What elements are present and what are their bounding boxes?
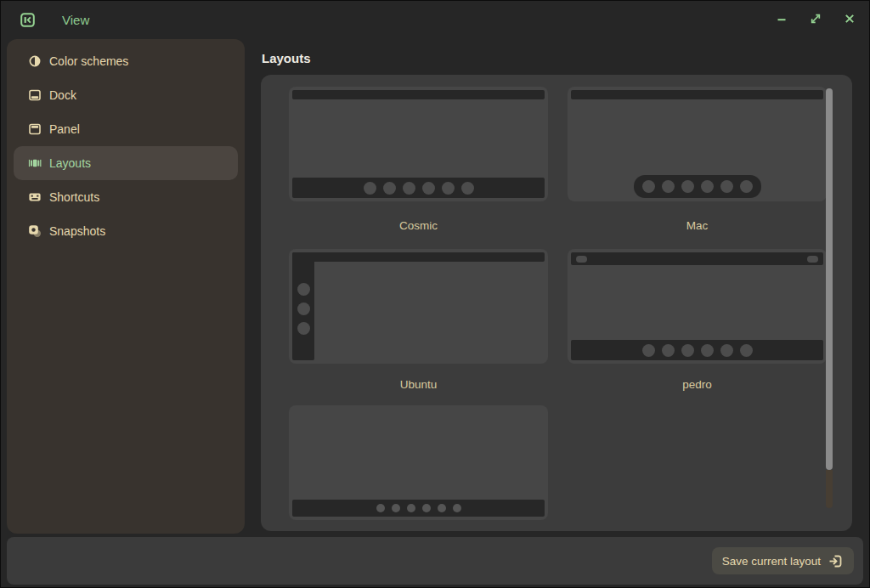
close-icon xyxy=(843,12,856,28)
maximize-icon xyxy=(809,12,822,28)
app-dot xyxy=(701,180,714,193)
preview-left-dock xyxy=(292,252,314,360)
app-dot xyxy=(376,504,385,512)
maximize-button[interactable] xyxy=(800,4,831,35)
preview-top-bar xyxy=(571,90,823,99)
sidebar-item-label: Layouts xyxy=(49,156,91,170)
layout-name: pedro xyxy=(568,378,827,391)
app-dot xyxy=(422,504,431,512)
app-dot xyxy=(720,344,733,357)
shortcuts-icon xyxy=(28,190,42,204)
window-title: View xyxy=(62,0,89,39)
panel-icon xyxy=(28,122,42,136)
footer-bar: Save current layout xyxy=(7,537,863,585)
sidebar-item-layouts[interactable]: Layouts xyxy=(14,146,238,180)
app-dot xyxy=(297,302,310,315)
panel-indicator xyxy=(576,256,587,263)
sidebar-item-panel[interactable]: Panel xyxy=(14,112,238,146)
preview-bottom-panel xyxy=(292,500,545,517)
app-dot xyxy=(701,344,714,357)
scrollbar-thumb[interactable] xyxy=(826,88,833,470)
close-button[interactable] xyxy=(834,4,865,35)
sidebar-item-snapshots[interactable]: Snapshots xyxy=(14,214,238,248)
app-dot xyxy=(297,283,310,296)
app-dot xyxy=(720,180,733,193)
app-dot xyxy=(642,180,655,193)
minimize-button[interactable] xyxy=(766,4,797,35)
app-dot xyxy=(681,180,694,193)
app-dot xyxy=(438,504,446,512)
preview-floating-dock xyxy=(634,175,761,198)
app-dot xyxy=(453,504,461,512)
preview-bottom-panel xyxy=(571,340,823,360)
sidebar-item-label: Shortcuts xyxy=(49,190,99,204)
snapshots-icon xyxy=(28,224,42,238)
dock-icon xyxy=(28,88,42,102)
layout-name: Mac xyxy=(568,219,827,232)
color-schemes-icon xyxy=(28,54,42,68)
layout-preview-ubuntu[interactable] xyxy=(289,249,548,364)
scrollbar xyxy=(826,88,833,508)
save-layout-icon xyxy=(828,553,844,569)
app-window: View xyxy=(0,0,870,588)
preview-top-bar xyxy=(292,90,545,99)
layouts-panel: Cosmic Mac Ubuntu pedro xyxy=(261,75,852,531)
sidebar-item-label: Dock xyxy=(49,88,76,102)
scrollbar-track[interactable] xyxy=(826,470,833,508)
app-dot xyxy=(407,504,415,512)
app-dot xyxy=(461,182,474,195)
app-dot xyxy=(642,344,655,357)
app-dot xyxy=(442,182,455,195)
minimize-icon xyxy=(775,12,788,28)
app-dot xyxy=(364,182,376,195)
title-bar: View xyxy=(0,0,870,39)
app-dot xyxy=(740,344,753,357)
layout-preview-pedro[interactable] xyxy=(568,249,827,364)
window-controls xyxy=(766,4,865,35)
layout-preview-cosmic[interactable] xyxy=(289,87,548,201)
sidebar: Color schemes Dock Panel xyxy=(7,39,245,534)
app-dot xyxy=(740,180,753,193)
save-current-layout-button[interactable]: Save current layout xyxy=(712,547,854,574)
page-title: Layouts xyxy=(262,51,311,65)
sidebar-item-dock[interactable]: Dock xyxy=(14,78,238,112)
app-dot xyxy=(383,182,396,195)
panel-indicator xyxy=(807,256,818,263)
preview-top-bar xyxy=(571,252,823,265)
app-dot xyxy=(392,504,400,512)
sidebar-item-shortcuts[interactable]: Shortcuts xyxy=(14,180,238,214)
layout-preview-unnamed[interactable] xyxy=(289,405,548,520)
app-dot xyxy=(681,344,694,357)
preview-bottom-panel xyxy=(292,178,545,198)
sidebar-item-label: Panel xyxy=(49,122,80,136)
app-dot xyxy=(297,322,310,335)
app-dot xyxy=(662,180,675,193)
app-logo-icon xyxy=(20,13,35,27)
sidebar-item-label: Color schemes xyxy=(49,54,128,68)
app-dot xyxy=(662,344,675,357)
sidebar-item-color-schemes[interactable]: Color schemes xyxy=(14,44,238,78)
layouts-icon xyxy=(28,156,42,170)
layout-preview-mac[interactable] xyxy=(568,87,827,201)
save-button-label: Save current layout xyxy=(722,555,821,568)
preview-top-bar xyxy=(292,252,545,262)
layout-name: Cosmic xyxy=(289,219,548,232)
sidebar-item-label: Snapshots xyxy=(49,224,105,238)
layout-name: Ubuntu xyxy=(289,378,548,391)
app-dot xyxy=(422,182,435,195)
app-dot xyxy=(403,182,415,195)
